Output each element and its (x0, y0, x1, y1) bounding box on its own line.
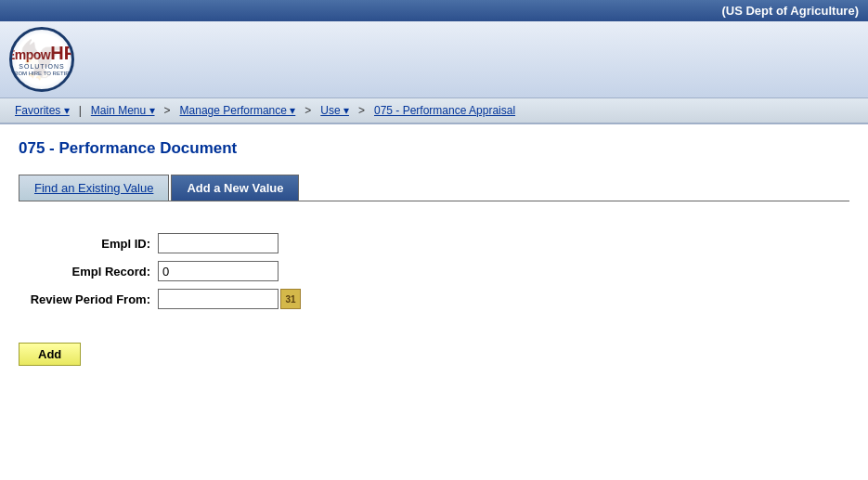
banner-text: (US Dept of Agriculture) (721, 4, 859, 18)
empl-record-label: Empl Record: (19, 265, 158, 279)
add-button[interactable]: Add (19, 343, 81, 366)
header: 🦅 Empow HR SOLUTIONS FROM HIRE TO RETIRE (0, 21, 868, 98)
form-area: Empl ID: Empl Record: Review Period From… (19, 224, 849, 375)
review-period-input[interactable] (158, 289, 279, 309)
page-title: 075 - Performance Document (19, 139, 849, 158)
tabs-container: Find an Existing Value Add a New Value (19, 175, 849, 201)
empl-record-row: Empl Record: (19, 261, 849, 281)
nav-item-manage-performance[interactable]: Manage Performance ▾ (173, 100, 304, 121)
add-button-area: Add (19, 324, 849, 366)
nav-item-use[interactable]: Use ▾ (313, 100, 356, 121)
review-period-label: Review Period From: (19, 292, 158, 306)
nav-sep-4: > (356, 104, 367, 117)
eagle-icon: 🦅 (12, 30, 71, 89)
calendar-button[interactable]: 31 (280, 289, 301, 309)
nav-sep-1: | (77, 104, 84, 117)
nav-bar: Favorites ▾ | Main Menu ▾ > Manage Perfo… (0, 98, 868, 124)
empl-id-label: Empl ID: (19, 237, 158, 251)
empl-id-row: Empl ID: (19, 233, 849, 253)
nav-item-mainmenu[interactable]: Main Menu ▾ (84, 100, 162, 121)
nav-sep-2: > (162, 104, 173, 117)
empl-record-input[interactable] (158, 261, 279, 281)
empl-id-input[interactable] (158, 233, 279, 253)
logo-area: 🦅 Empow HR SOLUTIONS FROM HIRE TO RETIRE (9, 27, 74, 92)
nav-item-favorites[interactable]: Favorites ▾ (7, 100, 77, 121)
logo-circle: 🦅 Empow HR SOLUTIONS FROM HIRE TO RETIRE (9, 27, 74, 92)
nav-item-performance-appraisal[interactable]: 075 - Performance Appraisal (367, 100, 523, 121)
top-banner: (US Dept of Agriculture) (0, 0, 868, 21)
page-content: 075 - Performance Document Find an Exist… (0, 124, 868, 390)
tab-find-existing[interactable]: Find an Existing Value (19, 175, 169, 201)
tab-add-new-value[interactable]: Add a New Value (171, 175, 299, 201)
review-period-row: Review Period From: 31 (19, 289, 849, 309)
nav-sep-3: > (303, 104, 313, 117)
